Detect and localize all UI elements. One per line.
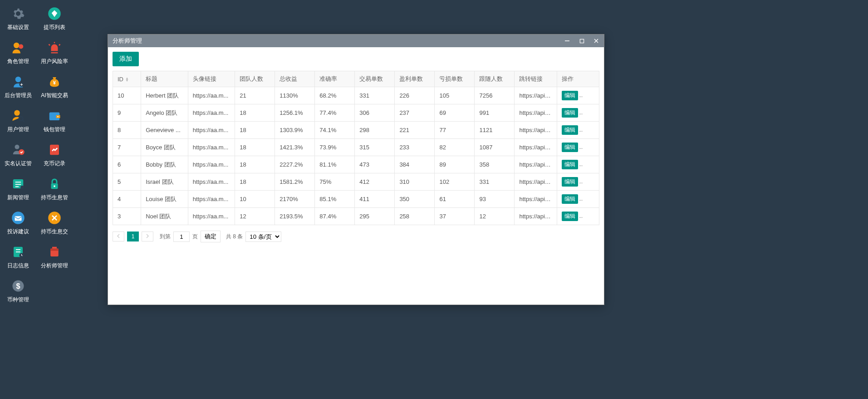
- sidebar-item-label: 钱包管理: [44, 126, 65, 133]
- table-cell: 331: [475, 173, 515, 191]
- table-cell: 473: [355, 156, 395, 173]
- more-actions-icon[interactable]: ...: [579, 178, 583, 185]
- more-actions-icon[interactable]: ...: [579, 126, 583, 133]
- table-cell: 102: [435, 173, 475, 191]
- sidebar-item-label: 投诉建议: [7, 228, 29, 236]
- minimize-icon[interactable]: [564, 38, 570, 44]
- page-1-button[interactable]: 1: [127, 232, 139, 241]
- diamond-icon: [47, 6, 62, 21]
- edit-button[interactable]: 编辑: [562, 91, 578, 100]
- sidebar-item-1[interactable]: 提币列表: [36, 5, 73, 33]
- more-actions-icon[interactable]: ...: [579, 161, 583, 167]
- table-cell: 73.9%: [315, 139, 355, 156]
- table-row: 9Angelo 团队https://aa.m...181256.1%77.4%3…: [113, 104, 599, 122]
- edit-button[interactable]: 编辑: [562, 160, 578, 169]
- table-cell: 412: [355, 173, 395, 191]
- page-suffix: 页: [192, 233, 198, 241]
- envelope-icon: [11, 211, 25, 225]
- sidebar-item-13[interactable]: 持币生息交: [36, 209, 73, 237]
- admin-icon: [11, 74, 25, 89]
- goto-page-input[interactable]: [173, 232, 190, 242]
- edit-button[interactable]: 编辑: [562, 125, 578, 135]
- table-cell: 258: [395, 208, 435, 225]
- per-page-select[interactable]: 10 条/页: [245, 232, 281, 242]
- goto-label: 到第: [160, 233, 171, 241]
- sort-icon[interactable]: ▲▼: [125, 77, 129, 82]
- sidebar-item-9[interactable]: 充币记录: [36, 141, 73, 169]
- action-cell: 编辑...: [557, 208, 599, 225]
- sidebar-item-10[interactable]: 新闻管理: [0, 175, 36, 203]
- sidebar-item-15[interactable]: 分析师管理: [36, 243, 73, 271]
- sidebar-item-0[interactable]: 基础设置: [0, 5, 36, 33]
- table-cell: 75%: [315, 173, 355, 191]
- svg-line-8: [23, 120, 25, 122]
- sidebar-item-7[interactable]: 钱包管理: [36, 107, 73, 135]
- more-actions-icon[interactable]: ...: [579, 195, 583, 202]
- sidebar-item-2[interactable]: 角色管理: [0, 39, 36, 67]
- table-cell: 87.4%: [315, 208, 355, 225]
- more-actions-icon[interactable]: ...: [579, 109, 583, 116]
- table-cell: Genevieve ...: [141, 122, 188, 139]
- table-cell: 12: [475, 208, 515, 225]
- table-cell: Boyce 团队: [141, 139, 188, 156]
- window-title: 分析师管理: [113, 37, 564, 45]
- edit-button[interactable]: 编辑: [562, 194, 578, 204]
- window-titlebar[interactable]: 分析师管理: [108, 34, 604, 47]
- tools-icon: [47, 211, 62, 225]
- sidebar-item-12[interactable]: 投诉建议: [0, 209, 36, 237]
- table-cell: 295: [355, 208, 395, 225]
- more-actions-icon[interactable]: ...: [579, 212, 583, 219]
- column-header: 跳转链接: [515, 71, 557, 87]
- table-cell: 306: [355, 104, 395, 122]
- sidebar-item-label: 提币列表: [44, 24, 65, 31]
- more-actions-icon[interactable]: ...: [579, 92, 583, 99]
- maximize-icon[interactable]: [579, 38, 585, 44]
- column-header: 标题: [141, 71, 188, 87]
- sidebar-item-label: 基础设置: [7, 24, 29, 31]
- sidebar-item-8[interactable]: 实名认证管: [0, 141, 36, 169]
- table-cell: 350: [395, 191, 435, 208]
- pagination: 1 到第 页 确定 共 8 条 10 条/页: [113, 231, 599, 242]
- table-row: 8Genevieve ...https://aa.m...181303.9%74…: [113, 122, 599, 139]
- table-cell: 12: [235, 208, 275, 225]
- chart-icon: [47, 143, 62, 157]
- table-cell: https://aa.m...: [188, 139, 235, 156]
- gear-icon: [11, 6, 25, 21]
- sidebar-item-4[interactable]: 后台管理员: [0, 73, 36, 101]
- sidebar-item-11[interactable]: 持币生息管: [36, 175, 73, 203]
- edit-button[interactable]: 编辑: [562, 212, 578, 221]
- table-cell: 18: [235, 104, 275, 122]
- window-controls: [564, 38, 599, 44]
- action-cell: 编辑...: [557, 104, 599, 122]
- window-body: 添加 ID▲▼标题头像链接团队人数总收益准确率交易单数盈利单数亏损单数跟随人数跳…: [108, 47, 604, 305]
- table-cell: https://aa.m...: [188, 173, 235, 191]
- sidebar-item-3[interactable]: 用户风险率: [36, 39, 73, 67]
- next-page-button[interactable]: [142, 232, 153, 241]
- edit-button[interactable]: 编辑: [562, 177, 578, 187]
- edit-button[interactable]: 编辑: [562, 143, 578, 152]
- prev-page-button[interactable]: [113, 232, 124, 241]
- sidebar-item-5[interactable]: ¥AI智能交易: [36, 73, 73, 101]
- sidebar-item-6[interactable]: 用户管理: [0, 107, 36, 135]
- table-cell: Herbert 团队: [141, 87, 188, 104]
- goto-confirm-button[interactable]: 确定: [201, 231, 221, 242]
- table-cell: 4: [113, 191, 141, 208]
- edit-button[interactable]: 编辑: [562, 108, 578, 118]
- table-cell: 7: [113, 139, 141, 156]
- sidebar-item-label: AI智能交易: [41, 92, 68, 99]
- more-actions-icon[interactable]: ...: [579, 143, 583, 150]
- add-button[interactable]: 添加: [113, 52, 139, 66]
- sidebar-item-16[interactable]: $币种管理: [0, 277, 36, 305]
- column-header[interactable]: ID▲▼: [113, 71, 141, 87]
- svg-rect-31: [52, 247, 57, 249]
- close-icon[interactable]: [593, 38, 599, 44]
- table-cell: https://api.w...: [515, 191, 557, 208]
- sidebar-item-label: 新闻管理: [7, 194, 29, 202]
- table-cell: 74.1%: [315, 122, 355, 139]
- table-cell: 85.1%: [315, 191, 355, 208]
- table-row: 6Bobby 团队https://aa.m...182227.2%81.1%47…: [113, 156, 599, 173]
- sidebar-item-14[interactable]: 日志信息: [0, 243, 36, 271]
- users-icon: [11, 40, 25, 55]
- svg-rect-30: [50, 249, 59, 251]
- column-header: 操作: [557, 71, 599, 87]
